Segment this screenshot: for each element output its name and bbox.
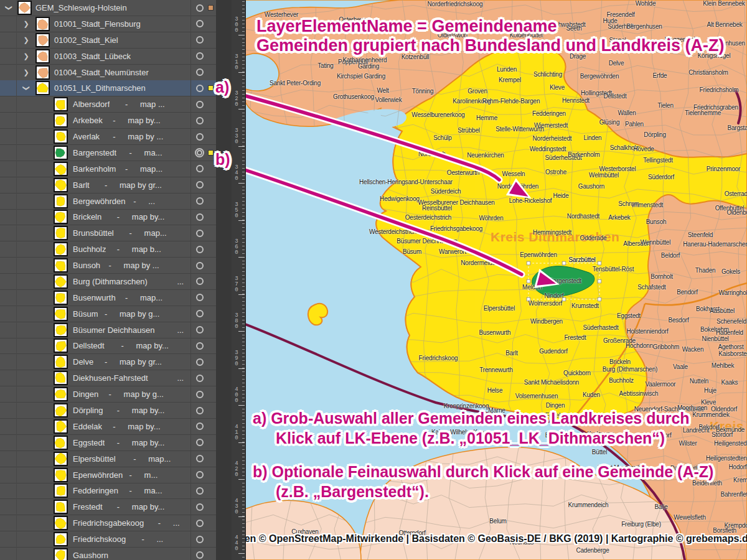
layer-name[interactable]: Eggstedt [73,438,105,447]
layer-thumbnail[interactable] [54,419,68,434]
layer-thumbnail[interactable] [54,403,68,418]
layer-row-b-sum[interactable]: Büsum-map by g... [0,306,216,322]
layer-row-fedderingen[interactable]: Fedderingen-ma... [0,483,216,499]
target-icon[interactable] [196,342,204,350]
target-icon[interactable] [196,181,204,189]
layer-name[interactable]: Elpersbüttel [73,454,116,464]
target-icon[interactable] [196,439,204,446]
layer-thumbnail[interactable] [35,17,50,31]
target-icon[interactable] [196,391,204,398]
target-icon[interactable] [196,536,204,543]
layer-name[interactable]: Burg (Dithmarschen) [73,277,148,286]
layer-thumbnail[interactable] [54,323,68,337]
layer-name[interactable]: Friedrichskoog [73,534,126,544]
layer-name[interactable]: Brunsbüttel [73,228,114,238]
target-icon[interactable] [196,551,204,559]
layer-row-01001-stadt-flensburg[interactable]: ❯01001_Stadt_Flensburg [0,16,216,32]
target-icon[interactable] [196,310,204,317]
target-icon[interactable] [196,101,204,108]
target-icon[interactable] [196,117,204,124]
layer-row-bargenstedt[interactable]: Bargenstedt-ma... [0,145,216,161]
layer-row-busenwurth[interactable]: Busenwurth-map... [0,290,216,306]
layer-name[interactable]: Friedrichsgabekoog [73,518,144,528]
layer-row-brickeln[interactable]: Brickeln-map by... [0,209,216,225]
layer-thumbnail[interactable] [54,146,68,160]
layer-thumbnail[interactable] [54,468,68,482]
target-icon[interactable] [196,36,204,44]
target-selected-icon[interactable] [195,148,204,157]
layer-row-averlak[interactable]: Averlak-map by ... [0,129,216,145]
layer-name[interactable]: 01001_Stadt_Flensburg [54,19,141,29]
layer-name[interactable]: Frestedt [73,502,103,511]
layer-thumbnail[interactable] [35,49,50,63]
layer-row-dellstedt[interactable]: Dellstedt-map by... [0,338,216,354]
target-icon[interactable] [196,4,204,12]
layer-name[interactable]: Barkenholm [73,164,116,174]
target-icon[interactable] [196,246,204,253]
layer-thumbnail[interactable] [54,371,68,385]
target-icon[interactable] [196,68,204,76]
chevron-down-icon[interactable]: ❯ [23,85,30,92]
target-icon[interactable] [196,455,204,462]
layer-thumbnail[interactable] [54,162,68,176]
layer-thumbnail[interactable] [54,338,68,353]
target-icon[interactable] [196,85,204,92]
layer-row-epenw-hrden[interactable]: Epenwöhrden-m... [0,467,216,483]
layer-name[interactable]: Brickeln [73,212,101,222]
chevron-down-icon[interactable]: ❯ [6,4,12,12]
layer-thumbnail[interactable] [54,387,68,401]
layer-row-gaushorn[interactable]: Gaushorn [0,548,216,560]
layer-thumbnail[interactable] [35,81,50,95]
layer-row-brunsb-ttel[interactable]: Brunsbüttel-map... [0,225,216,241]
layer-row-frestedt[interactable]: Frestedt-map by... [0,499,216,515]
layer-thumbnail[interactable] [54,307,68,321]
layer-row-01051-lk-dithmarschen[interactable]: ❯01051_LK_Dithmarschen [0,80,216,96]
layer-name[interactable]: Bergewöhrden [73,197,126,206]
target-icon[interactable] [196,520,204,527]
layer-name[interactable]: 01002_Stadt_Kiel [54,35,118,45]
layer-row-delve[interactable]: Delve-map by gr... [0,354,216,370]
layer-thumbnail[interactable] [54,532,68,546]
layer-thumbnail[interactable] [35,33,50,47]
layer-name[interactable]: Büsum [73,309,98,319]
layer-row-eggstedt[interactable]: Eggstedt-map by... [0,435,216,451]
layer-name[interactable]: Bunsoh [73,261,100,270]
layer-name[interactable]: Arkebek [73,116,103,125]
layer-thumbnail[interactable] [54,452,68,466]
target-icon[interactable] [196,422,204,430]
layer-name[interactable]: Fedderingen [73,486,118,495]
layer-thumbnail[interactable] [54,129,68,144]
layer-thumbnail[interactable] [54,436,68,450]
target-icon[interactable] [196,487,204,495]
target-icon[interactable] [196,471,204,478]
layer-row-barkenholm[interactable]: Barkenholm-map... [0,161,216,177]
layer-thumbnail[interactable] [17,1,32,15]
layer-thumbnail[interactable] [54,291,68,305]
layer-thumbnail[interactable] [54,483,68,498]
layer-row-arkebek[interactable]: Arkebek-map by... [0,113,216,129]
layer-name[interactable]: 01051_LK_Dithmarschen [54,83,146,93]
layer-thumbnail[interactable] [54,194,68,208]
layer-name[interactable]: Dörpling [73,406,103,415]
chevron-right-icon[interactable]: ❯ [22,53,30,60]
layer-row-barlt[interactable]: Barlt-map by gr... [0,177,216,194]
layer-row-elpersb-ttel[interactable]: Elpersbüttel-map... [0,451,216,467]
target-icon[interactable] [196,262,204,269]
layer-name[interactable]: Eddelak [73,422,102,431]
layer-name[interactable]: Dellstedt [73,341,105,350]
target-icon[interactable] [196,503,204,511]
layer-row-buchholz[interactable]: Buchholz-map b... [0,241,216,258]
layer-thumbnail[interactable] [54,500,68,514]
layer-name[interactable]: Averlak [73,132,100,141]
target-icon[interactable] [196,294,204,301]
layer-row-bunsoh[interactable]: Bunsoh-map by ... [0,258,216,274]
layer-row-dingen[interactable]: Dingen-map by g... [0,386,216,403]
target-icon[interactable] [196,326,204,334]
layer-name[interactable]: Bargenstedt [73,148,116,157]
layer-row-01004-stadt-neum-nster[interactable]: ❯01004_Stadt_Neumünster [0,65,216,81]
target-icon[interactable] [196,358,204,366]
layer-name[interactable]: Epenwöhrden [73,470,123,480]
layer-thumbnail[interactable] [54,516,68,530]
layer-thumbnail[interactable] [54,113,68,128]
layer-thumbnail[interactable] [54,178,68,192]
